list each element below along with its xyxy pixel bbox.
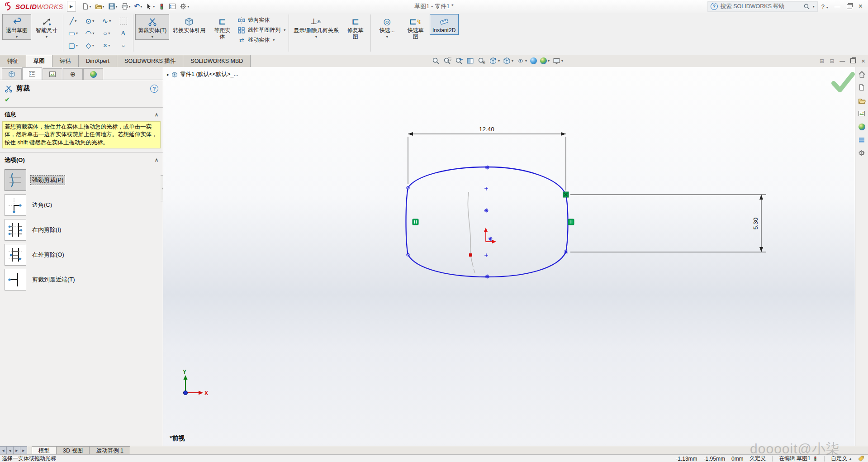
new-document-button[interactable]: ▾ — [81, 2, 93, 11]
edit-appearance-button[interactable] — [530, 57, 537, 64]
chevron-down-icon[interactable]: ▾ — [92, 43, 94, 48]
chevron-down-icon[interactable]: ▾ — [92, 19, 94, 23]
zoom-to-fit-button[interactable] — [432, 57, 440, 65]
display-manager-tab[interactable] — [83, 68, 103, 80]
repair-sketch-button[interactable]: ⊏ 修复草 图 — [342, 14, 369, 41]
tab-sketch[interactable]: 草图 — [26, 55, 52, 67]
sketch-picture-button[interactable] — [115, 18, 132, 25]
trim-option-power-trim[interactable]: 强劲剪裁(P) — [5, 169, 158, 191]
view-annotations-button[interactable]: A — [477, 57, 486, 65]
model-tab[interactable]: 模型 — [32, 446, 57, 455]
move-entities-button[interactable]: ⇄ 移动实体 ▾ — [236, 36, 287, 44]
open-document-button[interactable]: ▾ — [94, 2, 106, 11]
settings-icon[interactable] — [857, 148, 867, 157]
child-restore-button[interactable] — [850, 58, 856, 63]
chevron-down-icon[interactable]: ▾ — [108, 31, 110, 35]
3d-views-tab[interactable]: 3D 视图 — [56, 446, 90, 455]
close-button[interactable]: × — [859, 2, 863, 10]
display-style-button[interactable]: ▾ — [503, 57, 513, 65]
configuration-manager-tab[interactable] — [43, 68, 62, 80]
apply-scene-button[interactable]: ▾ — [540, 57, 550, 64]
scroll-next-button[interactable]: ▶ — [13, 446, 20, 455]
design-library-icon[interactable] — [857, 96, 867, 105]
tab-evaluate[interactable]: 评估 — [52, 55, 79, 67]
chevron-down-icon[interactable]: ▾ — [153, 5, 155, 9]
spline-handle-markers[interactable] — [407, 166, 568, 279]
rebuild-button[interactable] — [157, 2, 166, 11]
rectangle-tool-button[interactable]: ▭▾ — [65, 29, 81, 38]
chevron-down-icon[interactable]: ▾ — [108, 43, 110, 48]
point-tool-button[interactable]: ▫ — [115, 42, 132, 50]
tab-dimxpert[interactable]: DimXpert — [78, 55, 117, 67]
trim-option-outside[interactable]: 在外剪除(O) — [5, 244, 158, 266]
sketch-canvas[interactable]: 12.40 5.30 — [163, 67, 855, 446]
slot-tool-button[interactable]: ▢▾ — [65, 41, 81, 50]
select-button[interactable]: ▾ — [144, 2, 156, 11]
child-close-button[interactable]: × — [861, 57, 865, 65]
graphics-area[interactable]: ▸ 零件1 (默认<<默认>_... 12.40 5.30 — [163, 67, 855, 446]
spline-tool-button[interactable]: ∿▾ — [98, 17, 115, 25]
flyout-tree-arrow-icon[interactable]: ▸ — [167, 72, 169, 77]
chevron-down-icon[interactable]: ▾ — [152, 35, 153, 39]
message-section-header[interactable]: 信息 ∧ — [0, 108, 163, 120]
vertical-relation-badge[interactable] — [413, 219, 418, 225]
vertical-relation-badge[interactable] — [568, 219, 574, 225]
print-button[interactable]: ▾ — [120, 2, 132, 11]
chevron-down-icon[interactable]: ▾ — [140, 5, 142, 9]
width-dimension[interactable]: 12.40 — [408, 126, 566, 191]
polygon-tool-button[interactable]: ◇▾ — [81, 41, 98, 50]
chevron-down-icon[interactable]: ▾ — [46, 35, 47, 39]
height-dimension[interactable]: 5.30 — [570, 195, 766, 252]
collapse-chevron-icon[interactable]: ∧ — [155, 157, 158, 163]
tag-button[interactable] — [858, 455, 864, 462]
height-dimension-value[interactable]: 5.30 — [752, 218, 759, 229]
motion-study-tab[interactable]: 运动算例 1 — [89, 446, 130, 455]
home-icon[interactable] — [857, 70, 867, 79]
chevron-down-icon[interactable]: ▾ — [284, 28, 285, 32]
previous-view-button[interactable] — [455, 57, 463, 65]
sketch-spline-curve[interactable] — [406, 167, 568, 277]
confirmation-corner-check[interactable] — [834, 74, 853, 90]
help-menu-button[interactable]: ? ▾ — [821, 3, 828, 10]
arc-tool-button[interactable]: ◠▾ — [81, 29, 98, 38]
undo-button[interactable]: ↶▾ — [133, 1, 144, 11]
convert-entities-button[interactable]: 转换实体引用 — [170, 14, 208, 35]
offset-entities-button[interactable]: ⊏ 等距实 体 — [209, 14, 235, 41]
section-view-button[interactable] — [466, 57, 474, 65]
save-button[interactable]: ▾ — [107, 2, 119, 11]
search-input[interactable]: ? 搜索 SOLIDWORKS 帮助 ▾ — [707, 1, 818, 12]
breadcrumb[interactable]: ▸ 零件1 (默认<<默认>_... — [167, 71, 238, 78]
scroll-last-button[interactable]: ▶ — [20, 446, 27, 455]
mirror-entities-button[interactable]: 镜向实体 — [236, 16, 287, 24]
chevron-down-icon[interactable]: ▾ — [187, 5, 189, 9]
feature-manager-tab[interactable] — [2, 68, 22, 80]
view-settings-button[interactable]: ▾ — [553, 57, 563, 65]
ellipse-tool-button[interactable]: ○▾ — [98, 29, 115, 38]
chevron-down-icon[interactable]: ▾ — [116, 5, 118, 9]
line-tool-button[interactable]: ╱▾ — [65, 17, 81, 25]
smart-dimension-button[interactable]: 智能尺寸 ▾ — [32, 14, 61, 40]
collapse-chevron-icon[interactable]: ∧ — [155, 112, 158, 118]
trim-option-closest[interactable]: 剪裁到最近端(T) — [5, 269, 158, 291]
options-section-header[interactable]: 选项(O) ∧ — [0, 153, 163, 166]
scroll-first-button[interactable]: ◀ — [0, 446, 7, 455]
ok-checkmark-button[interactable]: ✔ — [0, 94, 163, 108]
trim-option-corner[interactable]: 边角(C) — [5, 194, 158, 216]
options-button[interactable]: ▾ — [178, 2, 190, 11]
zoom-to-area-button[interactable] — [443, 57, 451, 65]
dimxpert-manager-tab[interactable]: ⊕ — [63, 68, 83, 80]
tile-vertical-icon[interactable]: ⊟ — [830, 58, 834, 64]
resources-icon[interactable] — [857, 83, 867, 92]
exit-sketch-button[interactable]: 退出草图 ▾ — [2, 14, 31, 40]
chevron-down-icon[interactable]: ▾ — [76, 31, 78, 35]
circle-tool-button[interactable]: ⊙▾ — [81, 17, 98, 25]
help-icon[interactable]: ? — [150, 85, 158, 93]
restore-button[interactable] — [847, 4, 852, 9]
chevron-down-icon[interactable]: ▾ — [273, 38, 275, 42]
view-orientation-button[interactable]: ▾ — [489, 57, 500, 65]
chevron-down-icon[interactable]: ▾ — [90, 5, 91, 9]
chevron-down-icon[interactable]: ▾ — [92, 31, 94, 35]
menu-expand-button[interactable]: ▶ — [67, 1, 76, 12]
text-tool-button[interactable]: A — [115, 29, 132, 37]
rapid-sketch-button[interactable]: ⊏↯ 快速草 图 — [403, 14, 429, 41]
